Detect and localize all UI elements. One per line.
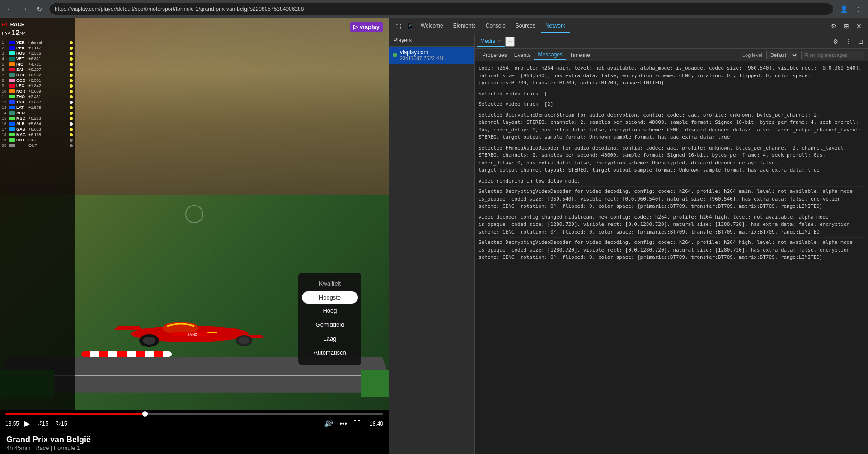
viaplay-logo: ▷ viaplay (350, 23, 383, 30)
player-name: viaplay.com (400, 49, 447, 56)
driver-row: 16 ALB +5.684 (2, 121, 73, 126)
driver-color-flag (9, 133, 15, 136)
driver-abbreviation: ZHO (16, 94, 27, 99)
quality-option[interactable]: Automatisch (298, 346, 361, 360)
fullscreen-button[interactable]: ⛶ (352, 419, 362, 429)
quality-option[interactable]: Hoog (298, 304, 361, 318)
driver-interval: +0.501 (28, 78, 68, 83)
log-level-label: Log level: (742, 52, 764, 58)
show-meta: 4h 45min | Race | Formule 1 (6, 445, 382, 451)
tab-welcome[interactable]: Welcome (416, 20, 448, 33)
driver-interval: +1.578 (28, 105, 68, 110)
driver-abbreviation: RIC (16, 62, 27, 66)
driver-tyre (70, 84, 73, 88)
more-options-button[interactable]: ••• (338, 419, 349, 429)
driver-color-flag (9, 41, 15, 44)
driver-position: 12 (2, 100, 8, 104)
driver-interval: +6.821 (28, 56, 68, 61)
message-item: video decoder config changed midstream, … (479, 212, 864, 238)
close-devtools-button[interactable]: ✕ (854, 21, 864, 32)
driver-color-flag (9, 144, 15, 147)
more-media-button[interactable]: ⋮ (843, 36, 854, 47)
driver-tyre (70, 95, 73, 98)
driver-list: 1 VER Interval 2 PER +1.147 3 RUS +3.516… (2, 40, 73, 148)
quality-option[interactable]: Laag (298, 332, 361, 346)
play-button[interactable]: ▶ (23, 418, 32, 429)
add-tab-button[interactable]: + (505, 37, 515, 47)
tab-elements[interactable]: Elements (449, 20, 480, 33)
driver-position: 18 (2, 132, 8, 137)
inspect-button[interactable]: ⬚ (393, 21, 404, 32)
rewind-button[interactable]: ↺15 (35, 419, 50, 428)
driver-row: 1 VER Interval (2, 40, 73, 45)
driver-abbreviation: MAG (16, 132, 27, 137)
detach-button[interactable]: ⊡ (855, 36, 866, 47)
sub-tab-events[interactable]: Events (511, 51, 535, 59)
sub-tab-messages[interactable]: Messages (534, 51, 566, 60)
message-item: code: h264, profile: h264 main, level: n… (479, 63, 864, 89)
svg-point-7 (239, 337, 249, 344)
media-tab-close[interactable]: ✕ (497, 38, 502, 44)
driver-color-flag (9, 62, 15, 66)
tab-network[interactable]: Network (541, 20, 570, 33)
driver-interval: +0.283 (28, 116, 68, 121)
sub-tab-timeline[interactable]: Timeline (566, 51, 594, 59)
driver-tyre (70, 128, 73, 131)
driver-abbreviation: NOR (16, 89, 27, 94)
progress-thumb[interactable] (142, 411, 148, 417)
driver-row: 13 LAT +1.578 (2, 105, 73, 110)
driver-color-flag (9, 100, 15, 104)
back-button[interactable]: ← (4, 3, 16, 15)
video-section[interactable]: SAINZ F1 RACE LAP 12/44 1 VER Interval 2… (0, 18, 389, 410)
driver-abbreviation: SAI (16, 67, 27, 72)
driver-row: 9 LEC +1.842 (2, 83, 73, 89)
address-bar[interactable]: https://viaplay.com/player/default/sport… (49, 3, 834, 15)
media-tab[interactable]: Media ✕ (477, 36, 505, 47)
driver-abbreviation: TSU (16, 100, 27, 104)
settings-media-button[interactable]: ⚙ (830, 36, 841, 47)
sub-tab-properties[interactable]: Properties (479, 51, 511, 59)
dock-button[interactable]: ⊞ (841, 21, 852, 32)
quality-options-list: HoogsteHoogGemiddeldLaagAutomatisch (298, 291, 361, 360)
driver-row: 4 VET +6.821 (2, 56, 73, 61)
driver-position: 13 (2, 105, 8, 110)
driver-row: 15 MSC +0.283 (2, 116, 73, 121)
volume-button[interactable]: 🔊 (322, 418, 335, 429)
driver-interval: OUT (28, 143, 68, 148)
driver-row: 17 GAS +6.618 (2, 126, 73, 132)
log-level-select[interactable]: Default Verbose Info Warning Error (766, 51, 798, 59)
driver-interval: +6.168 (28, 132, 68, 137)
message-item: Selected video track: [2] (479, 99, 864, 110)
driver-interval: +0.932 (28, 73, 68, 77)
player-item-viaplay[interactable]: viaplay.com 23d170d7-7522-41f... (389, 47, 474, 64)
media-tab-label: Media (480, 38, 495, 44)
tab-sources[interactable]: Sources (511, 20, 540, 33)
responsive-button[interactable]: 📱 (404, 21, 415, 32)
browser-actions: 👤 ⋮ (837, 3, 864, 15)
main-area: SAINZ F1 RACE LAP 12/44 1 VER Interval 2… (0, 18, 868, 454)
forward-button[interactable]: ↻15 (54, 419, 69, 428)
quality-option[interactable]: Gemiddeld (298, 318, 361, 332)
settings-button[interactable]: ⚙ (828, 21, 839, 32)
driver-abbreviation: RUS (16, 51, 27, 56)
progress-bar[interactable] (5, 413, 383, 415)
devtools-panel: ⬚ 📱 Welcome Elements Console Sources Net… (389, 18, 868, 454)
log-controls: Log level: Default Verbose Info Warning … (742, 51, 864, 59)
driver-tyre (70, 68, 73, 71)
message-item: Selected DecryptingVideoDecoder for vide… (479, 238, 864, 263)
refresh-button[interactable]: ↻ (33, 3, 45, 15)
driver-abbreviation: VER (16, 40, 27, 45)
grass-right (361, 370, 389, 397)
driver-abbreviation: VET (16, 56, 27, 61)
driver-row: 8 OCO +0.501 (2, 78, 73, 83)
log-filter-input[interactable] (801, 51, 864, 59)
forward-button[interactable]: → (18, 3, 31, 15)
driver-color-flag (9, 73, 15, 77)
messages-list[interactable]: code: h264, profile: h264 main, level: n… (475, 61, 868, 454)
menu-button[interactable]: ⋮ (852, 3, 864, 15)
driver-position: 9 (2, 84, 8, 88)
driver-abbreviation: ALO (16, 111, 27, 115)
tab-console[interactable]: Console (481, 20, 510, 33)
profile-button[interactable]: 👤 (837, 3, 850, 15)
quality-option[interactable]: Hoogste (302, 291, 358, 304)
